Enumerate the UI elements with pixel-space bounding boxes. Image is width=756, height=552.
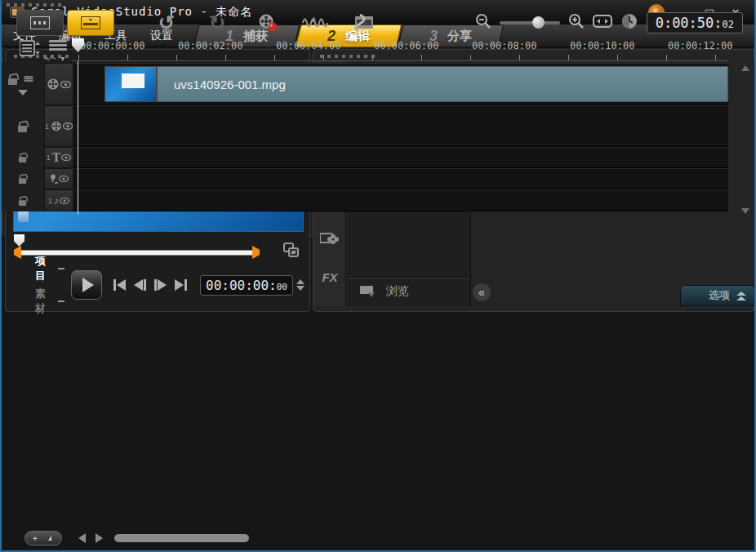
- scroll-down-icon[interactable]: [741, 208, 749, 214]
- voice-track-header[interactable]: [44, 168, 73, 189]
- track-list-icon[interactable]: [24, 76, 33, 82]
- nav-graphic-icon[interactable]: [316, 226, 344, 249]
- collapse-library-button[interactable]: «: [473, 283, 491, 301]
- scroll-up-icon[interactable]: [741, 65, 749, 71]
- timeline-view-button[interactable]: [67, 10, 114, 36]
- go-to-end-button[interactable]: [175, 279, 187, 291]
- mode-clip[interactable]: 素材: [35, 287, 64, 316]
- ruler-ticks: [78, 55, 728, 60]
- add-remove-track-buttons[interactable]: +⁄− ▾: [44, 54, 73, 62]
- project-duration-icon[interactable]: [620, 12, 638, 33]
- ripple-editing-button[interactable]: [345, 10, 380, 36]
- trim-end-handle[interactable]: [252, 246, 260, 259]
- browse-button[interactable]: 浏览: [347, 278, 470, 303]
- videostudio-window: Corel VideoStudio Pro - 未命名 — □ ✕ 文件 编辑 …: [0, 0, 756, 552]
- ruler-label: 00:00:04:00: [276, 40, 340, 51]
- go-to-start-button[interactable]: [113, 279, 126, 291]
- mode-project[interactable]: 项目: [35, 254, 64, 283]
- zoom-in-button[interactable]: [568, 13, 585, 33]
- timeline-bottom-bar: +: [2, 529, 754, 547]
- lock-track-icon[interactable]: [19, 153, 27, 162]
- options-button[interactable]: 选项: [680, 285, 755, 306]
- lock-track-icon[interactable]: [8, 73, 18, 85]
- overlay-track-header[interactable]: 1: [44, 105, 73, 147]
- nav-filter-icon[interactable]: FX: [316, 265, 344, 288]
- enlarge-preview-icon[interactable]: [283, 243, 300, 257]
- track-visibility-icon[interactable]: [61, 154, 71, 161]
- next-frame-button[interactable]: [154, 279, 167, 291]
- redo-button[interactable]: ↺: [199, 10, 235, 36]
- browse-label: 浏览: [386, 284, 409, 299]
- timeline-toolbar: ↺ ↺ ♪: [2, 7, 754, 38]
- panel-drag-handle[interactable]: [7, 3, 65, 7]
- video-track-header[interactable]: [44, 63, 73, 105]
- ruler-label: 00:00:10:00: [570, 40, 634, 51]
- track-visibility-icon[interactable]: [60, 198, 69, 204]
- preview-timecode[interactable]: 00:00:00:00: [200, 275, 293, 296]
- lock-track-icon[interactable]: [19, 196, 27, 206]
- video-track-gutter: [2, 63, 44, 105]
- music-track-body[interactable]: [73, 189, 728, 211]
- record-capture-button[interactable]: [250, 10, 286, 36]
- previous-frame-button[interactable]: [134, 279, 146, 291]
- ruler-label: 00:00:08:00: [472, 40, 536, 51]
- overlay-track-icon: [51, 120, 62, 132]
- playback-controls: 项目 素材 00:00:00:00: [12, 264, 305, 306]
- sound-mixer-button[interactable]: ♪: [297, 10, 333, 36]
- play-button[interactable]: [71, 270, 102, 300]
- playhead-line: [78, 61, 78, 215]
- timeline-clip[interactable]: uvs140926-001.mpg: [105, 66, 728, 102]
- ruler-label: 00:00:02:00: [178, 40, 242, 51]
- zoom-slider[interactable]: [500, 21, 560, 24]
- clip-thumbnail: [105, 66, 157, 102]
- music-track-icon: ♪: [54, 194, 60, 207]
- lock-track-icon[interactable]: [18, 121, 28, 132]
- ruler-label: 00:00:12:00: [668, 40, 732, 51]
- tracks-area: uvs140926-001.mpg 1 1: [2, 63, 754, 211]
- scroll-left-icon[interactable]: [78, 533, 86, 543]
- video-track-body[interactable]: uvs140926-001.mpg: [73, 63, 728, 105]
- timeline-time-display: 0:00:50:02: [647, 12, 743, 33]
- ruler-label: 00:00:06:00: [374, 40, 438, 51]
- timecode-spinner[interactable]: [296, 279, 305, 291]
- ruler-label: 00:00:00:00: [80, 40, 145, 51]
- scrubber-handle[interactable]: [14, 234, 24, 247]
- timeline-horizontal-scrollbar[interactable]: [114, 534, 637, 542]
- voice-track-body[interactable]: [73, 168, 728, 189]
- undo-button[interactable]: ↺: [149, 10, 185, 36]
- timeline-vertical-scrollbar[interactable]: [740, 65, 751, 214]
- video-track-icon: [47, 78, 60, 91]
- music-track-header[interactable]: 1 ♪: [44, 189, 73, 211]
- storyboard-view-button[interactable]: [16, 10, 64, 36]
- title-track-body[interactable]: [73, 147, 728, 168]
- show-all-tracks-button[interactable]: [49, 40, 67, 51]
- music-track: 1 ♪: [2, 189, 754, 211]
- spinner-up-icon[interactable]: [296, 279, 305, 284]
- scroll-right-icon[interactable]: [96, 533, 103, 543]
- scrollbar-thumb[interactable]: [114, 534, 249, 542]
- spinner-down-icon[interactable]: [296, 286, 305, 291]
- title-track-header[interactable]: 1 T: [44, 147, 73, 168]
- lock-track-icon[interactable]: [19, 174, 27, 184]
- fit-project-in-window-button[interactable]: [593, 14, 612, 32]
- collapse-tracks-icon[interactable]: [18, 90, 28, 96]
- track-visibility-icon[interactable]: [63, 122, 73, 130]
- voice-track: [2, 168, 754, 189]
- play-icon: [82, 278, 94, 292]
- zoom-slider-thumb[interactable]: [532, 16, 545, 29]
- trim-start-handle[interactable]: [14, 246, 21, 259]
- clip-name: uvs140926-001.mpg: [174, 78, 286, 91]
- swap-track-button[interactable]: +: [24, 531, 62, 545]
- track-manager-button[interactable]: [20, 40, 41, 60]
- timeline-ruler[interactable]: 00:00:00:00 00:00:02:00 00:00:04:00 00:0…: [72, 38, 728, 61]
- desktop-icon: [18, 210, 29, 222]
- title-track: 1 T: [2, 147, 754, 168]
- overlay-track-body[interactable]: [73, 105, 728, 147]
- track-visibility-icon[interactable]: [60, 81, 71, 88]
- track-visibility-icon[interactable]: [59, 176, 69, 182]
- ruler-row: 00:00:00:00 00:00:02:00 00:00:04:00 00:0…: [2, 38, 754, 61]
- timeline-panel: ↺ ↺ ♪: [2, 0, 754, 236]
- zoom-out-button[interactable]: [475, 13, 491, 33]
- svg-text:+: +: [33, 534, 38, 542]
- options-label: 选项: [709, 288, 730, 303]
